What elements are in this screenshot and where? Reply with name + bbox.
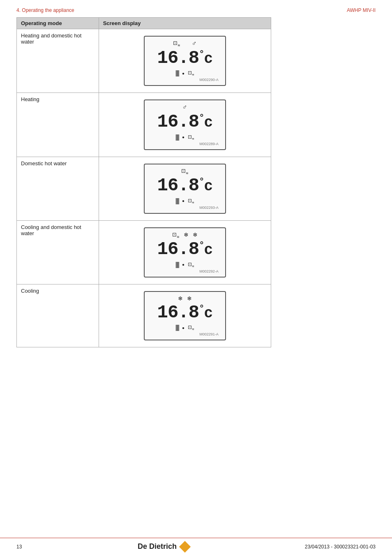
logo-diamond-icon — [179, 541, 191, 552]
operating-mode-table: Operating mode Screen display Heating an… — [16, 17, 271, 347]
page-footer: 13 De Dietrich 23/04/2013 - 300023321-00… — [0, 538, 392, 555]
snow-icon: ❄ — [184, 231, 189, 239]
display-panel-2: ⊡≋16.8°c||||●⊡≋M002293-A — [144, 164, 226, 214]
breadcrumb: 4. Operating the appliance — [16, 7, 74, 13]
house-icon: ⊡≋ — [181, 168, 189, 175]
temp-display-0: 16.8°c — [151, 48, 219, 68]
footer-logo: De Dietrich — [138, 542, 189, 551]
display-panel-1: ♂16.8°c||||●⊡≋M002289-A — [144, 99, 226, 150]
mode-cell-2: Domestic hot water — [17, 157, 99, 220]
top-icons-0: ⊡≋ ♂ — [151, 40, 219, 47]
snow-icon: ❄ — [178, 295, 183, 302]
bottom-row-0: ||||●⊡≋ — [151, 69, 219, 77]
page-header: 4. Operating the appliance AWHP MIV-II — [0, 0, 392, 17]
col-header-display: Screen display — [99, 18, 271, 29]
mode-cell-0: Heating and domestic hot water — [17, 29, 99, 93]
display-code-0: M002290-A — [151, 78, 219, 82]
bottom-row-3: ||||●⊡≋ — [151, 261, 219, 268]
main-content: Operating mode Screen display Heating an… — [0, 17, 392, 347]
document-reference: 23/04/2013 - 300023321-001-03 — [305, 544, 376, 550]
temp-display-2: 16.8°c — [151, 176, 219, 195]
person-icon: ♂ — [182, 104, 187, 111]
signal-bars-icon: |||| — [175, 324, 179, 331]
col-header-mode: Operating mode — [17, 18, 99, 29]
display-panel-0: ⊡≋ ♂16.8°c||||●⊡≋M002290-A — [144, 36, 226, 86]
product-name: AWHP MIV-II — [347, 7, 376, 13]
drop-icon: ❄ — [187, 295, 192, 302]
bottom-row-2: ||||●⊡≋ — [151, 197, 219, 205]
display-code-2: M002293-A — [151, 206, 219, 210]
bottom-row-1: ||||●⊡≋ — [151, 134, 219, 141]
display-cell-0: ⊡≋ ♂16.8°c||||●⊡≋M002290-A — [99, 29, 271, 93]
display-panel-4: ❄ ❄16.8°c||||●⊡≋M002291-A — [144, 291, 226, 340]
signal-bars-icon: |||| — [175, 197, 179, 205]
top-icons-1: ♂ — [151, 104, 219, 111]
bottom-row-4: ||||●⊡≋ — [151, 324, 219, 331]
display-code-4: M002291-A — [151, 332, 219, 336]
house-icon: ⊡≋ — [173, 40, 180, 47]
bottom-house-icon: ⊡≋ — [188, 261, 194, 268]
mode-cell-3: Cooling and domestic hot water — [17, 220, 99, 284]
signal-bars-icon: |||| — [175, 261, 179, 268]
drop-icon: ❄ — [193, 231, 198, 239]
display-cell-2: ⊡≋16.8°c||||●⊡≋M002293-A — [99, 157, 271, 220]
bottom-house-icon: ⊡≋ — [188, 134, 194, 141]
bottom-house-icon: ⊡≋ — [188, 198, 194, 204]
temp-display-1: 16.8°c — [151, 112, 219, 132]
top-icons-3: ⊡≋ ❄ ❄ — [151, 231, 219, 239]
display-code-3: M002292-A — [151, 269, 219, 273]
display-cell-3: ⊡≋ ❄ ❄16.8°c||||●⊡≋M002292-A — [99, 220, 271, 284]
display-cell-4: ❄ ❄16.8°c||||●⊡≋M002291-A — [99, 284, 271, 347]
person-icon: ♂ — [192, 40, 197, 47]
mode-cell-4: Cooling — [17, 284, 99, 347]
temp-display-4: 16.8°c — [151, 303, 219, 322]
signal-bars-icon: |||| — [175, 69, 179, 77]
display-code-1: M002289-A — [151, 142, 219, 146]
top-icons-2: ⊡≋ — [151, 168, 219, 175]
bottom-house-icon: ⊡≋ — [188, 70, 194, 76]
display-cell-1: ♂16.8°c||||●⊡≋M002289-A — [99, 93, 271, 157]
top-icons-4: ❄ ❄ — [151, 295, 219, 302]
bottom-house-icon: ⊡≋ — [188, 324, 194, 331]
page-number: 13 — [16, 544, 22, 550]
house-icon: ⊡≋ — [172, 231, 180, 239]
display-panel-3: ⊡≋ ❄ ❄16.8°c||||●⊡≋M002292-A — [144, 227, 226, 278]
signal-bars-icon: |||| — [175, 134, 179, 141]
mode-cell-1: Heating — [17, 93, 99, 157]
temp-display-3: 16.8°c — [151, 239, 219, 259]
